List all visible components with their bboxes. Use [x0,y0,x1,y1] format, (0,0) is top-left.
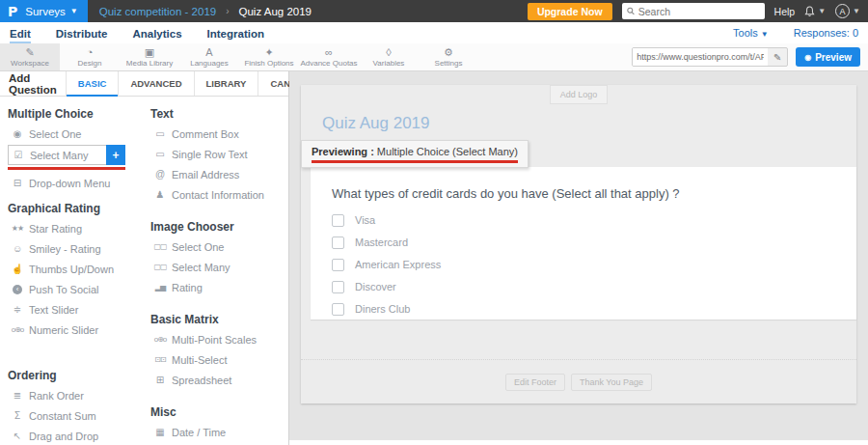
toolbar-label: Media Library [126,59,173,68]
breadcrumb-parent[interactable]: Quiz competition - 2019 [99,6,216,17]
search-box[interactable] [622,3,765,19]
toolbar-label: Workspace [11,59,49,68]
question-type-date-time[interactable]: ▦Date / Time [150,422,281,442]
question-type-numeric-slider[interactable]: o⊕oNumeric Slider [8,320,150,340]
edit-url-icon[interactable]: ✎ [768,52,787,63]
question-type-comment-box[interactable]: ▭Comment Box [150,124,281,144]
checkbox-icon[interactable] [332,236,344,249]
tab-library[interactable]: LIBRARY [194,71,258,96]
help-link[interactable]: Help [774,6,796,17]
checkbox-icon[interactable] [332,281,344,293]
option-diners-club[interactable]: Diners Club [332,303,856,316]
question-type-label: Spreadsheet [172,375,231,386]
avatar: A [835,4,850,18]
toolbar-variables[interactable]: ◊Variables [359,43,419,70]
contact-information-icon: ♟ [150,190,170,200]
question-type-thumbs-up-down[interactable]: ☝Thumbs Up/Down [8,259,150,279]
checkbox-icon[interactable] [332,303,344,316]
edit-footer-button[interactable]: Edit Footer [505,374,565,391]
toolbar-finish-options[interactable]: ✦Finish Options [239,43,299,70]
section-basic-matrix: Basic Matrix [150,313,281,326]
add-question-button[interactable]: + [106,145,125,165]
question-type-spreadsheet[interactable]: ⊞Spreadsheet [150,370,281,390]
drop-down-menu-icon: ⊟ [8,179,27,188]
toolbar-media-library[interactable]: ▣Media Library [120,43,179,70]
sidebar-tabs: BASICADVANCEDLIBRARYCANVAS [66,71,320,96]
survey-url-input[interactable] [633,48,768,66]
toolbar-settings[interactable]: ⚙Settings [419,43,478,70]
add-logo-button[interactable]: Add Logo [550,85,609,104]
question-type-text-slider[interactable]: ≑Text Slider [8,299,150,320]
tools-menu[interactable]: Tools ▼ [733,27,769,39]
advance-quotas-icon: ∞ [325,47,333,58]
nav-analytics[interactable]: Analytics [132,25,181,42]
red-underline-annotation [8,167,125,170]
push-to-social-icon: ‹ [8,284,27,294]
question-type-label: Date / Time [172,427,226,438]
surveys-menu-label: Surveys [25,6,66,17]
option-label: Diners Club [355,303,410,315]
survey-title[interactable]: Quiz Aug 2019 [322,114,856,133]
toolbar-languages[interactable]: ALanguages [179,43,239,70]
question-type-email-address[interactable]: @Email Address [150,164,281,184]
push-to-social-icon: ‹ [13,285,22,294]
question-type-star-rating[interactable]: ★★Star Rating [8,218,150,238]
search-input[interactable] [638,6,760,17]
option-mastercard[interactable]: Mastercard [332,236,856,249]
question-type-select-many[interactable]: ▢▢Select Many [150,257,281,277]
question-type-select-one[interactable]: ◉Select One [8,124,150,144]
toolbar-advance-quotas[interactable]: ∞Advance Quotas [299,43,359,70]
account-menu[interactable]: A ▼ [835,4,860,18]
option-american-express[interactable]: American Express [332,259,856,271]
question-type-label: Select One [29,128,81,140]
toolbar-label: Design [78,59,102,68]
question-type-push-to-social[interactable]: ‹Push To Social [8,279,150,299]
option-visa[interactable]: Visa [332,214,856,227]
question-type-select-one[interactable]: ▢▢Select One [150,236,281,257]
question-type-constant-sum[interactable]: ΣConstant Sum [8,405,150,426]
toolbar-label: Settings [435,59,463,68]
add-question-title: Add Question [0,71,66,96]
nav-edit[interactable]: Edit [10,25,31,43]
question-type-contact-information[interactable]: ♟Contact Information [150,184,281,205]
nav-distribute[interactable]: Distribute [56,25,108,42]
checkbox-icon[interactable] [332,259,344,271]
tab-advanced[interactable]: ADVANCED [118,71,193,96]
upgrade-now-button[interactable]: Upgrade Now [528,3,612,20]
selected-question-type-box[interactable]: ☑Select Many+ [8,145,125,165]
toolbar-workspace[interactable]: ✎Workspace [0,43,60,70]
section-text: Text [150,107,281,121]
previewing-label: Previewing : [312,146,374,157]
toolbar-design[interactable]: ◔Design [60,43,120,70]
chevron-down-icon: ▼ [70,8,78,15]
question-type-smiley-rating[interactable]: ☺Smiley - Rating [8,238,150,259]
toolbar-label: Finish Options [244,59,293,68]
main-nav: EditDistributeAnalyticsIntegration [10,24,289,42]
question-type-multi-select[interactable]: ⊡⊡Multi-Select [150,349,281,370]
question-type-label: Star Rating [29,223,82,235]
question-type-rating[interactable]: ▂▅Rating [150,277,281,297]
checkbox-icon[interactable] [332,214,344,227]
question-type-drop-down-menu[interactable]: ⊟Drop-down Menu [8,173,150,193]
notifications-menu[interactable]: ▼ [804,6,826,17]
nav-integration[interactable]: Integration [207,25,264,42]
toolbar-label: Languages [190,59,229,68]
question-type-multi-point-scales[interactable]: o⊕oMulti-Point Scales [150,329,281,349]
question-type-drag-and-drop[interactable]: ↖Drag and Drop [8,426,150,445]
surveys-menu[interactable]: Surveys ▼ [25,6,77,17]
brand-segment[interactable]: P Surveys ▼ [0,0,88,22]
single-row-text-icon: ▭ [150,150,170,159]
responses-count[interactable]: Responses: 0 [794,27,858,39]
tab-basic[interactable]: BASIC [66,71,119,96]
section-graphical-rating: Graphical Rating [8,202,150,215]
question-type-rank-order[interactable]: ≣Rank Order [8,385,150,405]
question-type-single-row-text[interactable]: ▭Single Row Text [150,144,281,164]
eye-icon: ◉ [804,53,811,62]
toolbar-items: ✎Workspace◔Design▣Media LibraryALanguage… [0,43,478,70]
thank-you-page-button[interactable]: Thank You Page [571,374,652,391]
question-type-label: Drop-down Menu [29,178,110,189]
finish-options-icon: ✦ [264,47,273,58]
preview-button[interactable]: ◉ Preview [796,47,860,67]
question-type-label: Text Slider [29,304,78,316]
option-discover[interactable]: Discover [332,281,856,293]
